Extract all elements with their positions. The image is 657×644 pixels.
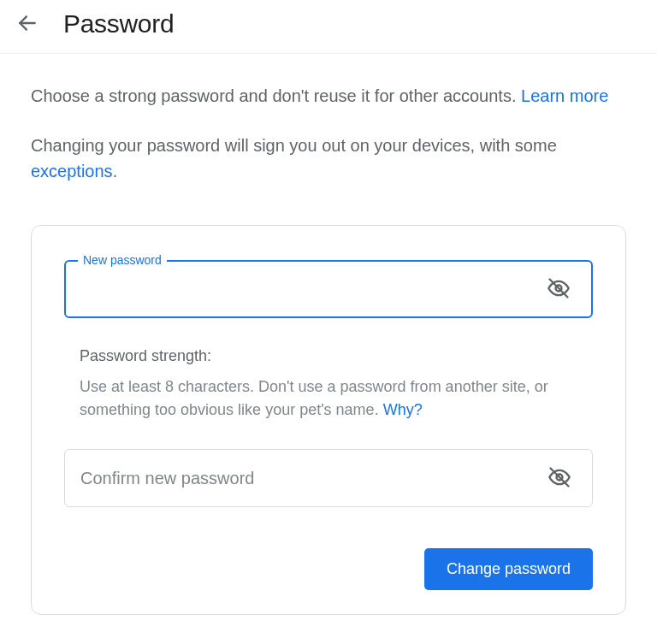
toggle-new-password-visibility-button[interactable] (542, 272, 576, 306)
intro-text-2-suffix: . (113, 162, 118, 180)
confirm-password-field-wrapper (64, 449, 593, 507)
password-strength-text: Use at least 8 characters. Don't use a p… (80, 378, 548, 418)
page-header: Password (0, 0, 657, 54)
exceptions-link[interactable]: exceptions (31, 162, 113, 180)
page-title: Password (63, 9, 174, 38)
intro-text-1: Choose a strong password and don't reuse… (31, 86, 521, 105)
password-strength-title: Password strength: (80, 347, 593, 365)
password-card: New password Password strength: Use at l… (31, 225, 626, 615)
new-password-input[interactable] (81, 281, 542, 298)
learn-more-link[interactable]: Learn more (521, 86, 608, 105)
eye-off-icon (548, 465, 571, 492)
back-button[interactable] (7, 3, 48, 44)
new-password-label: New password (78, 253, 167, 267)
toggle-confirm-password-visibility-button[interactable] (542, 461, 577, 495)
intro-text-2: Changing your password will sign you out… (31, 136, 557, 155)
eye-off-icon (547, 276, 571, 303)
intro-line-1: Choose a strong password and don't reuse… (31, 83, 626, 109)
intro-line-2: Changing your password will sign you out… (31, 133, 626, 184)
confirm-password-input[interactable] (80, 469, 542, 488)
password-strength-desc: Use at least 8 characters. Don't use a p… (80, 375, 593, 422)
new-password-field-wrapper: New password (64, 260, 593, 318)
form-actions: Change password (64, 548, 593, 590)
password-strength-why-link[interactable]: Why? (383, 401, 423, 418)
password-strength-section: Password strength: Use at least 8 charac… (64, 347, 593, 422)
arrow-left-icon (16, 12, 38, 37)
change-password-button[interactable]: Change password (424, 548, 593, 590)
page-content: Choose a strong password and don't reuse… (0, 54, 657, 615)
